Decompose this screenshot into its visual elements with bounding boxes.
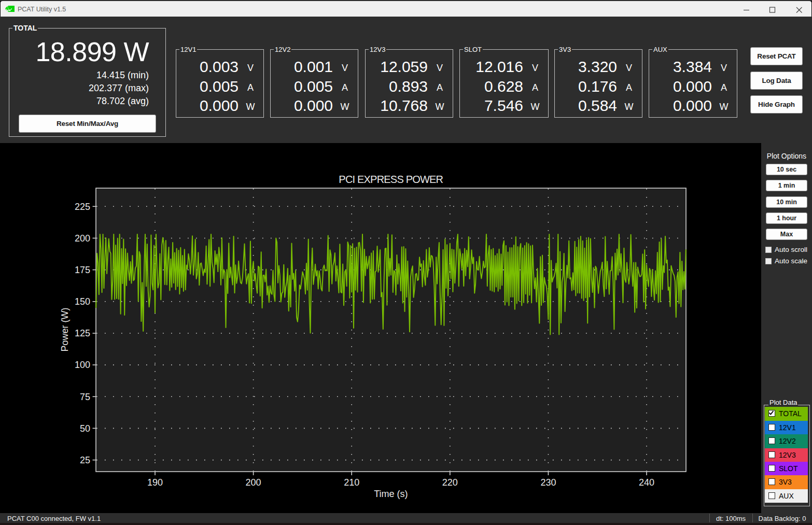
svg-text:25: 25 bbox=[80, 455, 90, 465]
svg-text:175: 175 bbox=[75, 265, 90, 275]
svg-text:50: 50 bbox=[80, 423, 90, 434]
svg-text:PCI EXPRESS POWER: PCI EXPRESS POWER bbox=[339, 174, 443, 185]
svg-text:220: 220 bbox=[442, 477, 458, 488]
svg-text:190: 190 bbox=[147, 477, 163, 488]
svg-text:Time (s): Time (s) bbox=[374, 489, 408, 499]
svg-text:225: 225 bbox=[75, 202, 90, 212]
svg-text:210: 210 bbox=[344, 477, 359, 488]
svg-text:75: 75 bbox=[80, 392, 90, 402]
svg-text:200: 200 bbox=[246, 477, 261, 488]
svg-text:150: 150 bbox=[75, 296, 90, 307]
svg-text:125: 125 bbox=[75, 328, 90, 338]
svg-text:230: 230 bbox=[540, 477, 556, 488]
svg-text:200: 200 bbox=[75, 233, 90, 244]
svg-text:Power (W): Power (W) bbox=[60, 308, 70, 352]
svg-text:240: 240 bbox=[639, 477, 654, 488]
svg-text:100: 100 bbox=[75, 360, 90, 370]
